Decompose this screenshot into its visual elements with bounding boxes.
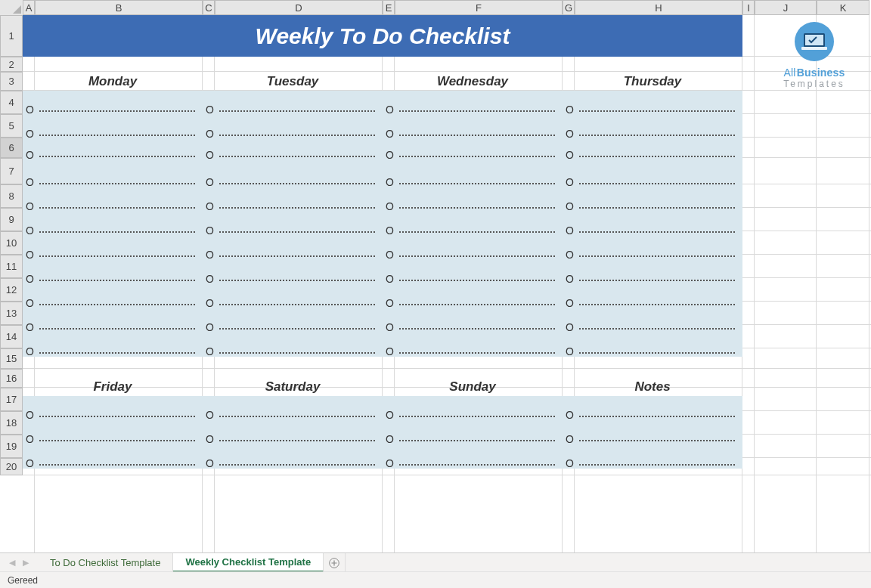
column-header-E[interactable]: E (383, 0, 395, 15)
checklist-cell[interactable]: O (383, 212, 563, 236)
checklist-cell[interactable]: O (203, 445, 383, 469)
row-header-11[interactable]: 11 (0, 255, 23, 278)
row-header-7[interactable]: 7 (0, 158, 23, 184)
sheet-tab[interactable]: To Do Checklist Template (38, 553, 173, 572)
checklist-cell[interactable]: O (383, 445, 563, 469)
row-header-1[interactable]: 1 (0, 15, 23, 57)
logo-icon (794, 21, 835, 62)
checklist-cell[interactable]: O (563, 333, 742, 357)
row-header-18[interactable]: 18 (0, 411, 23, 435)
checklist-cell[interactable]: O (383, 140, 563, 160)
checklist-cell[interactable]: O (23, 161, 203, 187)
checklist-cell[interactable]: O (23, 397, 203, 420)
row-header-15[interactable]: 15 (0, 348, 23, 369)
checklist-cell[interactable]: O (23, 140, 203, 160)
checklist-cell[interactable]: O (23, 309, 203, 333)
checklist-cell[interactable]: O (203, 212, 383, 236)
checklist-cell[interactable]: O (203, 188, 383, 212)
checklist-cell[interactable]: O (203, 116, 383, 139)
tab-scroll-right-icon[interactable]: ▶ (20, 558, 32, 568)
entry-line (39, 207, 195, 209)
row-header-4[interactable]: 4 (0, 91, 23, 114)
row-header-16[interactable]: 16 (0, 369, 23, 388)
row-header-10[interactable]: 10 (0, 231, 23, 255)
row-header-8[interactable]: 8 (0, 184, 23, 208)
checklist-cell[interactable]: O (23, 421, 203, 444)
checklist-cell[interactable]: O (203, 261, 383, 284)
checklist-cell[interactable]: O (563, 261, 742, 284)
checklist-cell[interactable]: O (383, 397, 563, 420)
sheet-tab[interactable]: Weekly Checklist Template (173, 553, 324, 572)
horizontal-scrollbar[interactable] (345, 553, 871, 572)
column-header-G[interactable]: G (563, 0, 575, 15)
entry-line (579, 416, 735, 417)
checklist-cell[interactable]: O (23, 445, 203, 469)
checklist-cell[interactable]: O (563, 285, 742, 308)
checklist-cell[interactable]: O (563, 421, 742, 444)
row-header-12[interactable]: 12 (0, 278, 23, 302)
checklist-cell[interactable]: O (563, 140, 742, 160)
column-header-C[interactable]: C (203, 0, 215, 15)
row-header-3[interactable]: 3 (0, 72, 23, 91)
row-header-14[interactable]: 14 (0, 325, 23, 348)
checklist-cell[interactable]: O (383, 237, 563, 260)
row-header-5[interactable]: 5 (0, 114, 23, 138)
checklist-cell[interactable]: O (383, 421, 563, 444)
checklist-cell[interactable]: O (203, 285, 383, 308)
checklist-cell[interactable]: O (383, 333, 563, 357)
checklist-cell[interactable]: O (23, 333, 203, 357)
bullet-icon: O (383, 177, 399, 187)
checklist-cell[interactable]: O (563, 161, 742, 187)
checklist-cell[interactable]: O (23, 188, 203, 212)
row-header-6[interactable]: 6 (0, 138, 23, 158)
checklist-cell[interactable]: O (563, 116, 742, 139)
column-header-A[interactable]: A (23, 0, 35, 15)
checklist-cell[interactable]: O (563, 237, 742, 260)
checklist-cell[interactable]: O (563, 212, 742, 236)
checklist-cell[interactable]: O (203, 309, 383, 333)
row-header-19[interactable]: 19 (0, 435, 23, 458)
row-header-2[interactable]: 2 (0, 57, 23, 72)
column-header-J[interactable]: J (755, 0, 817, 15)
column-header-D[interactable]: D (215, 0, 383, 15)
tab-scroll-left-icon[interactable]: ◀ (6, 558, 18, 568)
column-header-F[interactable]: F (395, 0, 563, 15)
select-all-corner[interactable] (0, 0, 23, 16)
checklist-cell[interactable]: O (203, 161, 383, 187)
checklist-cell[interactable]: O (563, 445, 742, 469)
checklist-cell[interactable]: O (383, 261, 563, 284)
checklist-cell[interactable]: O (563, 309, 742, 333)
checklist-cell[interactable]: O (203, 237, 383, 260)
checklist-cell[interactable]: O (563, 91, 742, 115)
checklist-cell[interactable]: O (383, 91, 563, 115)
column-header-H[interactable]: H (575, 0, 742, 15)
checklist-cell[interactable]: O (383, 116, 563, 139)
row-header-20[interactable]: 20 (0, 458, 23, 475)
column-header-K[interactable]: K (817, 0, 869, 15)
column-header-I[interactable]: I (742, 0, 755, 15)
column-header-B[interactable]: B (35, 0, 203, 15)
checklist-cell[interactable]: O (203, 333, 383, 357)
checklist-cell[interactable]: O (203, 140, 383, 160)
checklist-cell[interactable]: O (23, 237, 203, 260)
bullet-icon: O (23, 128, 39, 139)
entry-line (39, 280, 195, 281)
checklist-cell[interactable]: O (23, 285, 203, 308)
checklist-cell[interactable]: O (23, 212, 203, 236)
checklist-cell[interactable]: O (563, 188, 742, 212)
checklist-cell[interactable]: O (203, 91, 383, 115)
checklist-cell[interactable]: O (383, 161, 563, 187)
checklist-cell[interactable]: O (383, 285, 563, 308)
checklist-cell[interactable]: O (383, 188, 563, 212)
checklist-cell[interactable]: O (563, 397, 742, 420)
row-header-13[interactable]: 13 (0, 302, 23, 325)
checklist-cell[interactable]: O (203, 397, 383, 420)
checklist-cell[interactable]: O (203, 421, 383, 444)
new-sheet-button[interactable] (324, 553, 345, 572)
row-header-17[interactable]: 17 (0, 388, 23, 411)
checklist-cell[interactable]: O (383, 309, 563, 333)
row-header-9[interactable]: 9 (0, 208, 23, 231)
checklist-cell[interactable]: O (23, 116, 203, 139)
checklist-cell[interactable]: O (23, 91, 203, 115)
checklist-cell[interactable]: O (23, 261, 203, 284)
